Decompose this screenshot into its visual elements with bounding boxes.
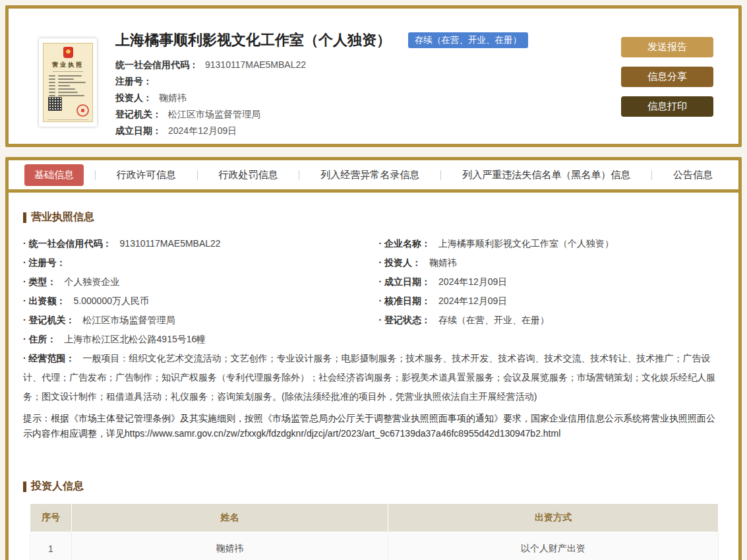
investor-table: 序号 姓名 出资方式 1 鞠婧祎 以个人财产出资 [30,503,719,560]
header-fields: 统一社会信用代码：91310117MAE5MBAL22 注册号： 投资人：鞠婧祎… [115,60,621,136]
info-print-button[interactable]: 信息打印 [621,96,713,117]
tab-abnormal-list[interactable]: 列入经营异常名录信息 [311,164,429,186]
license-paper: 营业执照 [43,43,93,122]
section-title-investor-info: 投资人信息 [23,480,719,493]
tab-separator [197,170,198,180]
company-name: 上海橘事顺利影视文化工作室（个人独资） [115,30,391,50]
field-credit-code: · 统一社会信用代码：91310117MAE5MBAL22 [23,234,363,253]
field-business-scope: · 经营范围：一般项目：组织文化艺术交流活动；文艺创作；专业设计服务；电影摄制服… [23,349,719,406]
field-reg-number: · 注册号： [23,253,363,272]
license-thumb-title: 营业执照 [52,61,84,69]
red-seal-icon [76,104,89,117]
cell-index: 1 [30,532,72,560]
company-header-card: 营业执照 上海橘事顺利影视文化工作室（个人独资） 存续（ [5,5,742,147]
business-license-thumbnail[interactable]: 营业执照 [39,38,97,127]
detail-card: 基础信息 行政许可信息 行政处罚信息 列入经营异常名录信息 列入严重违法失信名单… [5,157,742,560]
investor-table-row: 1 鞠婧祎 以个人财产出资 [30,532,719,560]
field-reg-status: · 登记状态：存续（在营、开业、在册） [379,311,719,330]
header-field-investor: 投资人：鞠婧祎 [115,93,621,103]
field-capital: · 出资额：5.000000万人民币 [23,292,363,311]
title-row: 上海橘事顺利影视文化工作室（个人独资） 存续（在营、开业、在册） [115,30,621,50]
license-subline [53,71,83,72]
field-company-type: · 类型：个人独资企业 [23,272,363,292]
investor-table-header-row: 序号 姓名 出资方式 [30,504,719,532]
field-investor: · 投资人：鞠婧祎 [379,253,719,272]
license-fields-grid: · 统一社会信用代码：91310117MAE5MBAL22 · 企业名称：上海橘… [23,234,719,406]
section-marker [23,482,26,492]
field-company-name: · 企业名称：上海橘事顺利影视文化工作室（个人独资） [379,234,719,253]
header-main: 上海橘事顺利影视文化工作室（个人独资） 存续（在营、开业、在册） 统一社会信用代… [97,30,621,142]
tab-separator [95,170,96,180]
tab-separator [299,170,299,180]
header-field-founded-date: 成立日期：2024年12月09日 [115,126,621,136]
field-registry: · 登记机关：松江区市场监督管理局 [23,311,363,330]
column-header-name: 姓名 [72,504,388,532]
header-field-credit-code: 统一社会信用代码：91310117MAE5MBAL22 [115,60,621,70]
section-marker [23,212,26,223]
field-approval-date: · 核准日期：2024年12月09日 [379,292,719,311]
field-founded-date: · 成立日期：2024年12月09日 [379,272,719,292]
status-badge: 存续（在营、开业、在册） [408,32,528,49]
tab-admin-penalty[interactable]: 行政处罚信息 [209,164,288,186]
header-buttons: 发送报告 信息分享 信息打印 [621,37,713,117]
national-emblem-icon [63,47,73,58]
tab-admin-license[interactable]: 行政许可信息 [107,164,186,186]
page: 营业执照 上海橘事顺利影视文化工作室（个人独资） 存续（ [0,0,747,560]
tab-blacklist[interactable]: 列入严重违法失信名单（黑名单）信息 [452,164,640,186]
license-notice-text: 提示：根据《市场主体登记管理条例》及其实施细则，按照《市场监管总局办公厅关于调整… [23,411,719,441]
header-field-reg-number: 注册号： [115,77,621,86]
field-address: · 住所：上海市松江区北松公路4915号16幢 [23,330,363,349]
tab-bar: 基础信息 行政许可信息 行政处罚信息 列入经营异常名录信息 列入严重违法失信名单… [9,160,738,193]
cell-name: 鞠婧祎 [72,532,388,560]
tab-separator [440,170,441,180]
license-footline [47,119,88,120]
send-report-button[interactable]: 发送报告 [621,37,713,57]
tab-announcement[interactable]: 公告信息 [663,164,723,186]
tab-basic-info[interactable]: 基础信息 [24,164,84,186]
section-title-license-info: 营业执照信息 [23,210,719,224]
qr-code-icon [48,97,62,111]
cell-contribution: 以个人财产出资 [388,532,719,560]
basic-info-content: 营业执照信息 · 统一社会信用代码：91310117MAE5MBAL22 · 企… [9,193,738,560]
column-header-index: 序号 [30,504,72,532]
license-text-lines [44,72,92,98]
tab-separator [651,170,652,180]
info-share-button[interactable]: 信息分享 [621,67,713,87]
header-field-registry: 登记机关：松江区市场监督管理局 [115,109,621,119]
column-header-contribution: 出资方式 [388,504,719,532]
